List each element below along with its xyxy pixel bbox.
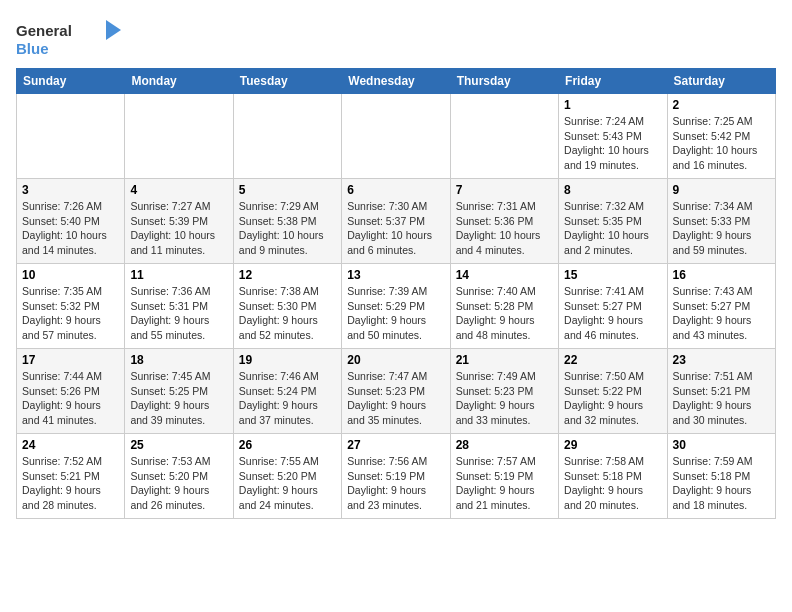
- day-number: 9: [673, 183, 770, 197]
- day-number: 16: [673, 268, 770, 282]
- calendar-cell: 5Sunrise: 7:29 AM Sunset: 5:38 PM Daylig…: [233, 179, 341, 264]
- day-detail: Sunrise: 7:56 AM Sunset: 5:19 PM Dayligh…: [347, 454, 444, 513]
- calendar-cell: [450, 94, 558, 179]
- calendar-cell: 15Sunrise: 7:41 AM Sunset: 5:27 PM Dayli…: [559, 264, 667, 349]
- day-header-friday: Friday: [559, 69, 667, 94]
- day-header-wednesday: Wednesday: [342, 69, 450, 94]
- day-detail: Sunrise: 7:51 AM Sunset: 5:21 PM Dayligh…: [673, 369, 770, 428]
- calendar-cell: 26Sunrise: 7:55 AM Sunset: 5:20 PM Dayli…: [233, 434, 341, 519]
- calendar-cell: 29Sunrise: 7:58 AM Sunset: 5:18 PM Dayli…: [559, 434, 667, 519]
- calendar-cell: 14Sunrise: 7:40 AM Sunset: 5:28 PM Dayli…: [450, 264, 558, 349]
- day-number: 8: [564, 183, 661, 197]
- calendar-cell: 1Sunrise: 7:24 AM Sunset: 5:43 PM Daylig…: [559, 94, 667, 179]
- day-detail: Sunrise: 7:53 AM Sunset: 5:20 PM Dayligh…: [130, 454, 227, 513]
- page-header: General Blue: [16, 16, 776, 60]
- calendar-week-row: 3Sunrise: 7:26 AM Sunset: 5:40 PM Daylig…: [17, 179, 776, 264]
- day-detail: Sunrise: 7:40 AM Sunset: 5:28 PM Dayligh…: [456, 284, 553, 343]
- calendar-table: SundayMondayTuesdayWednesdayThursdayFrid…: [16, 68, 776, 519]
- day-number: 11: [130, 268, 227, 282]
- day-number: 19: [239, 353, 336, 367]
- day-header-saturday: Saturday: [667, 69, 775, 94]
- day-detail: Sunrise: 7:43 AM Sunset: 5:27 PM Dayligh…: [673, 284, 770, 343]
- calendar-cell: 10Sunrise: 7:35 AM Sunset: 5:32 PM Dayli…: [17, 264, 125, 349]
- day-header-monday: Monday: [125, 69, 233, 94]
- calendar-cell: 9Sunrise: 7:34 AM Sunset: 5:33 PM Daylig…: [667, 179, 775, 264]
- day-detail: Sunrise: 7:24 AM Sunset: 5:43 PM Dayligh…: [564, 114, 661, 173]
- calendar-cell: 16Sunrise: 7:43 AM Sunset: 5:27 PM Dayli…: [667, 264, 775, 349]
- calendar-week-row: 10Sunrise: 7:35 AM Sunset: 5:32 PM Dayli…: [17, 264, 776, 349]
- logo-icon: General Blue: [16, 16, 126, 60]
- day-number: 14: [456, 268, 553, 282]
- day-detail: Sunrise: 7:50 AM Sunset: 5:22 PM Dayligh…: [564, 369, 661, 428]
- calendar-week-row: 24Sunrise: 7:52 AM Sunset: 5:21 PM Dayli…: [17, 434, 776, 519]
- day-detail: Sunrise: 7:55 AM Sunset: 5:20 PM Dayligh…: [239, 454, 336, 513]
- calendar-cell: 21Sunrise: 7:49 AM Sunset: 5:23 PM Dayli…: [450, 349, 558, 434]
- calendar-cell: 3Sunrise: 7:26 AM Sunset: 5:40 PM Daylig…: [17, 179, 125, 264]
- calendar-cell: 7Sunrise: 7:31 AM Sunset: 5:36 PM Daylig…: [450, 179, 558, 264]
- day-header-thursday: Thursday: [450, 69, 558, 94]
- day-detail: Sunrise: 7:34 AM Sunset: 5:33 PM Dayligh…: [673, 199, 770, 258]
- day-number: 1: [564, 98, 661, 112]
- calendar-cell: 12Sunrise: 7:38 AM Sunset: 5:30 PM Dayli…: [233, 264, 341, 349]
- day-detail: Sunrise: 7:57 AM Sunset: 5:19 PM Dayligh…: [456, 454, 553, 513]
- day-detail: Sunrise: 7:39 AM Sunset: 5:29 PM Dayligh…: [347, 284, 444, 343]
- calendar-cell: 22Sunrise: 7:50 AM Sunset: 5:22 PM Dayli…: [559, 349, 667, 434]
- day-number: 30: [673, 438, 770, 452]
- logo: General Blue: [16, 16, 126, 60]
- day-number: 12: [239, 268, 336, 282]
- calendar-cell: 27Sunrise: 7:56 AM Sunset: 5:19 PM Dayli…: [342, 434, 450, 519]
- calendar-cell: 23Sunrise: 7:51 AM Sunset: 5:21 PM Dayli…: [667, 349, 775, 434]
- calendar-week-row: 1Sunrise: 7:24 AM Sunset: 5:43 PM Daylig…: [17, 94, 776, 179]
- day-number: 13: [347, 268, 444, 282]
- day-number: 3: [22, 183, 119, 197]
- day-detail: Sunrise: 7:31 AM Sunset: 5:36 PM Dayligh…: [456, 199, 553, 258]
- svg-text:Blue: Blue: [16, 40, 49, 57]
- calendar-cell: 4Sunrise: 7:27 AM Sunset: 5:39 PM Daylig…: [125, 179, 233, 264]
- day-detail: Sunrise: 7:41 AM Sunset: 5:27 PM Dayligh…: [564, 284, 661, 343]
- day-detail: Sunrise: 7:38 AM Sunset: 5:30 PM Dayligh…: [239, 284, 336, 343]
- calendar-cell: [125, 94, 233, 179]
- calendar-cell: 6Sunrise: 7:30 AM Sunset: 5:37 PM Daylig…: [342, 179, 450, 264]
- day-number: 6: [347, 183, 444, 197]
- day-detail: Sunrise: 7:46 AM Sunset: 5:24 PM Dayligh…: [239, 369, 336, 428]
- calendar-cell: 18Sunrise: 7:45 AM Sunset: 5:25 PM Dayli…: [125, 349, 233, 434]
- day-number: 27: [347, 438, 444, 452]
- day-detail: Sunrise: 7:49 AM Sunset: 5:23 PM Dayligh…: [456, 369, 553, 428]
- day-number: 18: [130, 353, 227, 367]
- day-detail: Sunrise: 7:35 AM Sunset: 5:32 PM Dayligh…: [22, 284, 119, 343]
- day-number: 4: [130, 183, 227, 197]
- day-number: 22: [564, 353, 661, 367]
- calendar-cell: [342, 94, 450, 179]
- day-detail: Sunrise: 7:36 AM Sunset: 5:31 PM Dayligh…: [130, 284, 227, 343]
- calendar-cell: 11Sunrise: 7:36 AM Sunset: 5:31 PM Dayli…: [125, 264, 233, 349]
- calendar-cell: [233, 94, 341, 179]
- calendar-cell: 25Sunrise: 7:53 AM Sunset: 5:20 PM Dayli…: [125, 434, 233, 519]
- day-detail: Sunrise: 7:44 AM Sunset: 5:26 PM Dayligh…: [22, 369, 119, 428]
- day-detail: Sunrise: 7:45 AM Sunset: 5:25 PM Dayligh…: [130, 369, 227, 428]
- calendar-cell: 24Sunrise: 7:52 AM Sunset: 5:21 PM Dayli…: [17, 434, 125, 519]
- day-detail: Sunrise: 7:25 AM Sunset: 5:42 PM Dayligh…: [673, 114, 770, 173]
- calendar-cell: 2Sunrise: 7:25 AM Sunset: 5:42 PM Daylig…: [667, 94, 775, 179]
- svg-text:General: General: [16, 22, 72, 39]
- day-detail: Sunrise: 7:47 AM Sunset: 5:23 PM Dayligh…: [347, 369, 444, 428]
- calendar-week-row: 17Sunrise: 7:44 AM Sunset: 5:26 PM Dayli…: [17, 349, 776, 434]
- calendar-cell: 30Sunrise: 7:59 AM Sunset: 5:18 PM Dayli…: [667, 434, 775, 519]
- calendar-header-row: SundayMondayTuesdayWednesdayThursdayFrid…: [17, 69, 776, 94]
- day-number: 21: [456, 353, 553, 367]
- day-number: 23: [673, 353, 770, 367]
- day-number: 28: [456, 438, 553, 452]
- svg-marker-2: [106, 20, 121, 40]
- calendar-cell: 20Sunrise: 7:47 AM Sunset: 5:23 PM Dayli…: [342, 349, 450, 434]
- day-number: 10: [22, 268, 119, 282]
- day-header-sunday: Sunday: [17, 69, 125, 94]
- day-detail: Sunrise: 7:30 AM Sunset: 5:37 PM Dayligh…: [347, 199, 444, 258]
- day-detail: Sunrise: 7:27 AM Sunset: 5:39 PM Dayligh…: [130, 199, 227, 258]
- calendar-cell: [17, 94, 125, 179]
- day-detail: Sunrise: 7:58 AM Sunset: 5:18 PM Dayligh…: [564, 454, 661, 513]
- day-number: 2: [673, 98, 770, 112]
- day-number: 20: [347, 353, 444, 367]
- day-number: 17: [22, 353, 119, 367]
- calendar-cell: 19Sunrise: 7:46 AM Sunset: 5:24 PM Dayli…: [233, 349, 341, 434]
- day-detail: Sunrise: 7:32 AM Sunset: 5:35 PM Dayligh…: [564, 199, 661, 258]
- day-number: 15: [564, 268, 661, 282]
